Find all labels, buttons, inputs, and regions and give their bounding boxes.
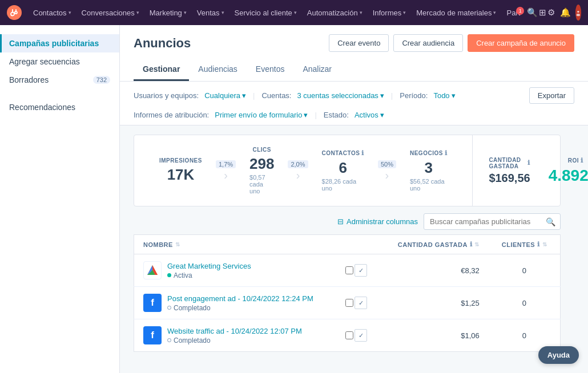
td-name: f Website traffic ad - 10/24/2022 12:07 … (134, 319, 377, 352)
settings-button[interactable]: ⚙ (547, 3, 555, 22)
check-button[interactable]: ✓ (355, 329, 367, 342)
arrow-pct-2: 2,0% (288, 160, 308, 168)
chevron-down-icon: ▾ (184, 10, 187, 15)
table-section: ⊟ Administrar columnas 🔍 NOMBRE ⇅ (134, 213, 574, 366)
tab-eventos[interactable]: Eventos (247, 59, 294, 81)
roi-value: 4.892% (549, 167, 588, 185)
amount-spent-value: $169,56 (489, 172, 530, 185)
campaign-name-link[interactable]: Great Marketing Services (167, 262, 251, 270)
attribution-filter[interactable]: Primer envío de formulario ▾ (215, 111, 308, 119)
metrics-main: IMPRESIONES 17K 1,7% › CLICS 298 $0,57 c… (134, 135, 472, 206)
sidebar-item-campanas[interactable]: Campañas publicitarias (0, 34, 119, 52)
nav-servicio[interactable]: Servicio al cliente ▾ (230, 6, 301, 19)
page-header-top: Anuncios Crear evento Crear audiencia Cr… (134, 34, 574, 52)
main-layout: Campañas publicitarias Agregar secuencia… (0, 25, 588, 373)
sidebar: Campañas publicitarias Agregar secuencia… (0, 25, 120, 373)
row-checkbox[interactable] (345, 299, 353, 307)
accounts-filter[interactable]: 3 cuentas seleccionadas ▾ (297, 91, 384, 100)
sort-icon[interactable]: ⇅ (474, 241, 480, 248)
deals-sub: $56,52 cada uno (410, 178, 447, 192)
metric-amount-spent: CANTIDAD GASTADA ℹ $169,56 (489, 157, 530, 185)
export-button[interactable]: Exportar (529, 87, 574, 104)
th-clients: CLIENTES ℹ ⇅ (489, 235, 561, 254)
chevron-down-icon: ▾ (493, 10, 496, 15)
manage-columns-button[interactable]: ⊟ Administrar columnas (337, 217, 418, 226)
campaign-status: Completado (167, 336, 302, 344)
campaign-search-box: 🔍 (424, 213, 561, 230)
tab-analizar[interactable]: Analizar (293, 59, 341, 81)
user-avatar[interactable] (575, 5, 581, 21)
metric-impressions: IMPRESIONES 17K (148, 157, 214, 184)
google-ads-icon (143, 261, 162, 279)
nav-marketing[interactable]: Marketing ▾ (145, 6, 191, 19)
search-icon: 🔍 (541, 217, 560, 226)
filters-bar: Usuarios y equipos: Cualquiera ▾ | Cuent… (120, 82, 588, 125)
chevron-down-icon: ▾ (304, 111, 308, 119)
hubspot-logo[interactable] (7, 5, 22, 20)
check-button[interactable]: ✓ (355, 297, 367, 309)
sidebar-item-recomendaciones[interactable]: Recomendaciones (0, 98, 119, 116)
search-button[interactable]: 🔍 (527, 3, 538, 22)
facebook-icon: f (143, 326, 162, 344)
nav-automatizacion[interactable]: Automatización ▾ (303, 6, 367, 19)
create-event-button[interactable]: Crear evento (329, 34, 389, 52)
notifications-area: 🔔 1 (556, 3, 574, 22)
campaign-name-link[interactable]: Website traffic ad - 10/24/2022 12:07 PM (167, 327, 302, 335)
svg-point-3 (577, 14, 580, 16)
info-icon: ℹ (527, 159, 530, 167)
clicks-value: 298 (249, 155, 274, 173)
chevron-down-icon: ▾ (380, 111, 384, 119)
period-label: Período: (400, 91, 428, 100)
create-campaign-button[interactable]: Crear campaña de anuncio (468, 34, 574, 52)
nav-contactos[interactable]: Contactos ▾ (29, 6, 76, 19)
help-button[interactable]: Ayuda (538, 346, 579, 364)
nav-mercado[interactable]: Mercado de materiales ▾ (412, 6, 501, 19)
status-label: Completado (174, 304, 211, 312)
sort-icon[interactable]: ⇅ (175, 241, 180, 248)
contacts-value: 6 (339, 159, 347, 177)
arrow-pct-1: 1,7% (216, 160, 236, 168)
period-filter[interactable]: Todo ▾ (433, 91, 455, 100)
th-name: NOMBRE ⇅ (134, 235, 377, 254)
nav-informes[interactable]: Informes ▾ (368, 6, 411, 19)
chevron-down-icon: ▾ (380, 91, 384, 100)
sidebar-item-secuencias[interactable]: Agregar secuencias (0, 52, 119, 71)
tabs: Gestionar Audiencias Eventos Analizar (134, 59, 574, 81)
campaign-status: Activa (167, 271, 251, 279)
metric-deals: NEGOCIOS ℹ 3 $56,52 cada uno (398, 149, 458, 192)
metric-roi: ROI ℹ 4.892% (549, 157, 588, 185)
status-dot (167, 306, 171, 310)
sidebar-item-borradores[interactable]: Borradores 732 (0, 71, 119, 89)
table-row: f Post engagement ad - 10/24/2022 12:24 … (134, 287, 561, 319)
svg-point-2 (577, 11, 579, 13)
campaign-name-link[interactable]: Post engagement ad - 10/24/2022 12:24 PM (167, 294, 313, 303)
header-buttons: Crear evento Crear audiencia Crear campa… (329, 34, 574, 52)
status-label: Activa (174, 271, 192, 279)
apps-button[interactable]: ⊞ (539, 3, 546, 22)
table-toolbar: ⊟ Administrar columnas 🔍 (134, 213, 561, 230)
row-checkbox[interactable] (345, 331, 353, 339)
tab-gestionar[interactable]: Gestionar (134, 59, 189, 81)
status-filter[interactable]: Activos ▾ (355, 111, 384, 119)
impressions-value: 17K (167, 166, 195, 184)
accounts-label: Cuentas: (261, 91, 291, 100)
create-audience-button[interactable]: Crear audiencia (393, 34, 463, 52)
filters-row2: Informes de atribución: Primer envío de … (134, 111, 574, 119)
nav-conversaciones[interactable]: Conversaciones ▾ (77, 6, 144, 19)
metrics-right: CANTIDAD GASTADA ℹ $169,56 ROI ℹ 4.892% (472, 135, 588, 206)
facebook-icon: f (143, 294, 162, 312)
sort-icon[interactable]: ⇅ (542, 241, 547, 248)
check-button[interactable]: ✓ (355, 264, 367, 277)
info-icon: ℹ (581, 157, 583, 164)
columns-icon: ⊟ (337, 217, 344, 226)
users-filter[interactable]: Cualquiera ▾ (204, 91, 246, 100)
notifications-button[interactable]: 🔔 (556, 3, 574, 22)
row-checkbox[interactable] (345, 266, 353, 274)
tab-audiencias[interactable]: Audiencias (189, 59, 247, 81)
nav-ventas[interactable]: Ventas ▾ (192, 6, 229, 19)
page-header: Anuncios Crear evento Crear audiencia Cr… (120, 25, 588, 82)
metrics-section: IMPRESIONES 17K 1,7% › CLICS 298 $0,57 c… (120, 135, 574, 206)
campaigns-table: NOMBRE ⇅ CANTIDAD GASTADA ℹ ⇅ (134, 234, 561, 352)
td-amount: $1,06 (376, 319, 489, 352)
search-input[interactable] (424, 214, 541, 229)
